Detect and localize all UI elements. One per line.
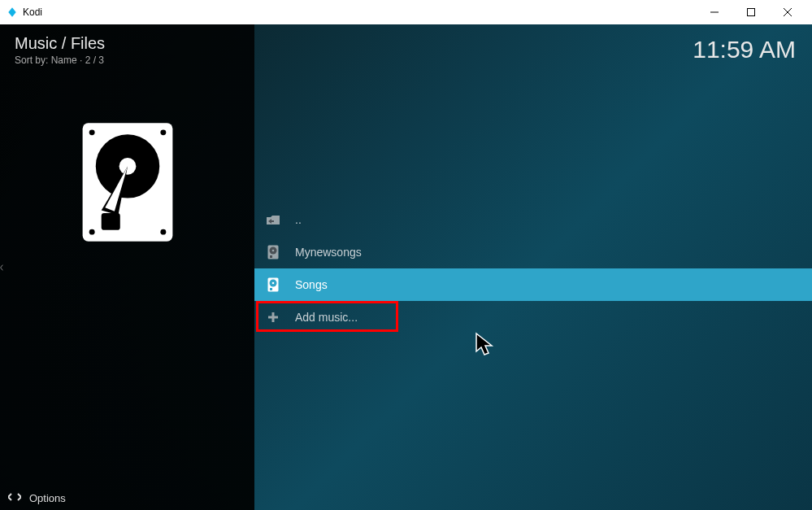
list-item-label: Songs bbox=[295, 278, 328, 291]
svg-rect-19 bbox=[270, 288, 272, 290]
disk-icon bbox=[266, 245, 280, 259]
svg-point-8 bbox=[160, 229, 166, 235]
plus-icon bbox=[266, 310, 280, 325]
options-icon bbox=[8, 491, 21, 505]
svg-point-5 bbox=[89, 129, 94, 135]
options-bar[interactable]: Options bbox=[0, 486, 254, 510]
titlebar-buttons bbox=[696, 0, 805, 24]
svg-rect-1 bbox=[747, 9, 754, 16]
svg-rect-15 bbox=[270, 255, 272, 258]
svg-point-18 bbox=[272, 282, 275, 285]
list-item-parent[interactable]: .. bbox=[254, 203, 812, 236]
svg-point-14 bbox=[272, 250, 275, 252]
main-content: 11:59 AM .. bbox=[254, 24, 812, 510]
list-item-mynewsongs[interactable]: Mynewsongs bbox=[254, 236, 812, 268]
svg-point-10 bbox=[119, 158, 136, 175]
list-item-label: .. bbox=[295, 213, 302, 226]
titlebar-left: Kodi bbox=[7, 7, 42, 18]
kodi-logo-icon bbox=[7, 7, 18, 18]
minimize-button[interactable] bbox=[696, 0, 732, 24]
sidebar-header: Music / Files Sort by: Name · 2 / 3 bbox=[0, 24, 254, 72]
clock: 11:59 AM bbox=[693, 36, 796, 63]
options-label: Options bbox=[29, 492, 66, 504]
list-item-label: Add music... bbox=[295, 311, 358, 324]
window-title: Kodi bbox=[23, 7, 42, 18]
disk-icon bbox=[266, 277, 280, 292]
window-titlebar: Kodi bbox=[0, 0, 812, 24]
breadcrumb: Music / Files bbox=[15, 34, 240, 53]
svg-rect-11 bbox=[101, 213, 119, 230]
list-item-label: Mynewsongs bbox=[295, 246, 362, 259]
sort-info: Sort by: Name · 2 / 3 bbox=[15, 54, 240, 66]
file-list: .. Mynewsongs bbox=[254, 203, 812, 333]
maximize-button[interactable] bbox=[732, 0, 769, 24]
hard-drive-icon bbox=[79, 121, 176, 243]
app-body: Music / Files Sort by: Name · 2 / 3 11:5… bbox=[0, 24, 812, 510]
folder-up-icon bbox=[266, 212, 280, 227]
svg-point-6 bbox=[160, 129, 166, 135]
sidebar-handle[interactable] bbox=[0, 255, 3, 280]
close-button[interactable] bbox=[769, 0, 805, 24]
sidebar: Music / Files Sort by: Name · 2 / 3 bbox=[0, 24, 254, 510]
svg-rect-21 bbox=[268, 316, 278, 319]
list-item-songs[interactable]: Songs bbox=[254, 268, 812, 301]
list-item-add-music[interactable]: Add music... bbox=[254, 301, 812, 333]
svg-point-7 bbox=[89, 229, 94, 235]
